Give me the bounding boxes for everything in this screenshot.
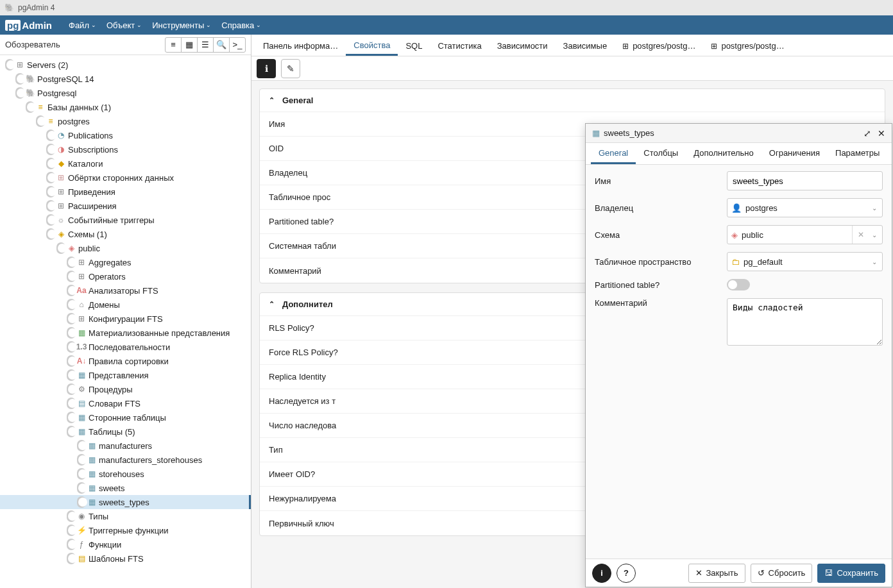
comment-textarea[interactable]: [727, 298, 883, 346]
tree-item[interactable]: ›⊞Operators: [0, 269, 251, 283]
help-button[interactable]: ?: [617, 564, 636, 583]
tree-item[interactable]: ⌄⊞Servers (2): [0, 58, 251, 72]
tree-item[interactable]: ›◔Publications: [0, 128, 251, 142]
tree-item[interactable]: ›⚙Процедуры: [0, 382, 251, 396]
tree-item[interactable]: ⌄🐘Postgresql: [0, 86, 251, 100]
tree-item[interactable]: ›▤Шаблоны FTS: [0, 551, 251, 566]
schema-select[interactable]: ◈ public ✕ ⌄: [727, 225, 883, 244]
tree-item[interactable]: ›AaАнализаторы FTS: [0, 283, 251, 298]
dialog-tab[interactable]: Безопасность: [887, 143, 893, 164]
tree-item[interactable]: ›◆Каталоги: [0, 156, 251, 171]
tool-server-icon[interactable]: ≡: [165, 37, 182, 53]
dialog-tab[interactable]: Параметры: [828, 143, 887, 164]
tree-item[interactable]: ›▦Сторонние таблицы: [0, 410, 251, 424]
tree-item[interactable]: ›▦manufacturers: [0, 439, 251, 453]
folder-icon: 🗀: [731, 257, 740, 267]
save-button[interactable]: 🖫 Сохранить: [817, 564, 885, 583]
tree-item[interactable]: ›◉Типы: [0, 509, 251, 523]
owner-label: Владелец: [595, 203, 720, 213]
tab[interactable]: Панель информа…: [255, 35, 346, 56]
chevron-up-icon: ⌃: [269, 96, 275, 105]
tree-item[interactable]: ›▦sweets: [0, 481, 251, 495]
tab[interactable]: Зависимые: [556, 35, 615, 56]
tree-item[interactable]: ›▦Представления: [0, 368, 251, 382]
dialog-tab[interactable]: Столбцы: [636, 143, 686, 164]
main-tabs: Панель информа…СвойстваSQLСтатистикаЗави…: [251, 35, 893, 56]
close-button[interactable]: ✕ Закрыть: [688, 564, 745, 583]
tree-item[interactable]: ›⊞Приведения: [0, 185, 251, 199]
tree-item[interactable]: ›▦manufacturers_storehouses: [0, 453, 251, 467]
menu-справка[interactable]: Справка⌄: [216, 18, 266, 33]
dialog-titlebar[interactable]: ▦ sweets_types ⤢ ✕: [586, 124, 892, 143]
tool-filter-icon[interactable]: ☰: [197, 37, 214, 53]
right-panel: Панель информа…СвойстваSQLСтатистикаЗави…: [251, 35, 893, 588]
tree-item[interactable]: ›◑Subscriptions: [0, 142, 251, 156]
window-title: pgAdmin 4: [18, 3, 55, 12]
tree-item[interactable]: ›▦Материализованные представления: [0, 326, 251, 340]
dialog-tab[interactable]: Дополнительно: [686, 143, 761, 164]
tab[interactable]: SQL: [398, 35, 430, 56]
reset-button[interactable]: ↺ Сбросить: [751, 564, 813, 583]
maximize-icon[interactable]: ⤢: [863, 128, 871, 139]
menu-инструменты[interactable]: Инструменты⌄: [147, 18, 216, 33]
tree-item[interactable]: ›⊞Расширения: [0, 199, 251, 213]
tree-item[interactable]: ›⊞Конфигурации FTS: [0, 312, 251, 326]
tree-item[interactable]: ⌄◈Схемы (1): [0, 227, 251, 241]
edit-button[interactable]: ✎: [281, 59, 300, 78]
name-input[interactable]: [727, 171, 883, 190]
browser-header: Обозреватель ≡ ▦ ☰ 🔍 >_: [0, 35, 251, 55]
table-icon: ▦: [592, 128, 600, 138]
tree-item[interactable]: ›☼Событийные триггеры: [0, 213, 251, 227]
partitioned-label: Partitioned table?: [595, 280, 720, 290]
user-icon: 👤: [731, 203, 742, 213]
tree-item[interactable]: ⌄◈public: [0, 241, 251, 255]
tool-terminal-icon[interactable]: >_: [229, 37, 246, 53]
chevron-down-icon: ⌄: [872, 231, 877, 239]
tree-item[interactable]: ⌄≡postgres: [0, 114, 251, 128]
tab[interactable]: ⊞postgres/postg…: [615, 35, 703, 56]
dialog-body: Имя Владелец 👤 postgres ⌄ Схема: [586, 165, 892, 559]
dialog-tab[interactable]: General: [591, 143, 636, 164]
tab[interactable]: Свойства: [346, 35, 398, 56]
tablespace-select[interactable]: 🗀 pg_default ⌄: [727, 252, 883, 271]
tab[interactable]: Статистика: [430, 35, 489, 56]
clear-icon[interactable]: ✕: [852, 226, 864, 244]
tree-item[interactable]: ›⌂Домены: [0, 298, 251, 312]
browser-toolbar: ≡ ▦ ☰ 🔍 >_: [166, 37, 246, 53]
tree-item[interactable]: ›▤Словари FTS: [0, 396, 251, 410]
section-general-header[interactable]: ⌃ General: [260, 89, 885, 112]
object-tree[interactable]: ⌄⊞Servers (2)›🐘PostgreSQL 14⌄🐘Postgresql…: [0, 55, 251, 588]
tab[interactable]: ⊞postgres/postg…: [703, 35, 792, 56]
window-titlebar: 🐘 pgAdmin 4: [0, 0, 893, 15]
name-label: Имя: [595, 176, 720, 186]
tab[interactable]: Зависимости: [489, 35, 556, 56]
tree-item[interactable]: ›⚡Триггерные функции: [0, 523, 251, 537]
properties-toolbar: ℹ ✎: [251, 56, 893, 81]
tree-item[interactable]: ⌄▦Таблицы (5): [0, 424, 251, 439]
tree-item[interactable]: ⌄≡Базы данных (1): [0, 100, 251, 114]
close-icon[interactable]: ✕: [878, 128, 885, 139]
tree-item[interactable]: ›🐘PostgreSQL 14: [0, 72, 251, 86]
tree-item[interactable]: ›▦sweets_types: [0, 495, 251, 509]
tablespace-label: Табличное пространство: [595, 257, 720, 267]
tool-grid-icon[interactable]: ▦: [181, 37, 198, 53]
app-icon: 🐘: [4, 3, 14, 13]
partitioned-toggle[interactable]: [727, 279, 750, 290]
tree-item[interactable]: ›1.3Последовательности: [0, 340, 251, 354]
browser-title: Обозреватель: [5, 40, 60, 49]
chevron-down-icon: ⌄: [872, 205, 877, 212]
tree-item[interactable]: ›▦storehouses: [0, 467, 251, 481]
dialog-tab[interactable]: Ограничения: [761, 143, 828, 164]
tree-item[interactable]: ›⊞Aggregates: [0, 255, 251, 269]
tree-item[interactable]: ›ƒФункции: [0, 537, 251, 551]
menu-объект[interactable]: Объект⌄: [101, 18, 147, 33]
info-button[interactable]: ℹ: [257, 59, 276, 78]
owner-select[interactable]: 👤 postgres ⌄: [727, 198, 883, 217]
info-button[interactable]: i: [592, 564, 611, 583]
tree-item[interactable]: ›A↓Правила сортировки: [0, 354, 251, 368]
tree-item[interactable]: ›⊞Обёртки сторонних данных: [0, 171, 251, 185]
tool-search-icon[interactable]: 🔍: [213, 37, 230, 53]
chevron-down-icon: ⌄: [872, 258, 877, 265]
menu-файл[interactable]: Файл⌄: [64, 18, 101, 33]
app-logo: pgAdmin: [5, 20, 52, 31]
